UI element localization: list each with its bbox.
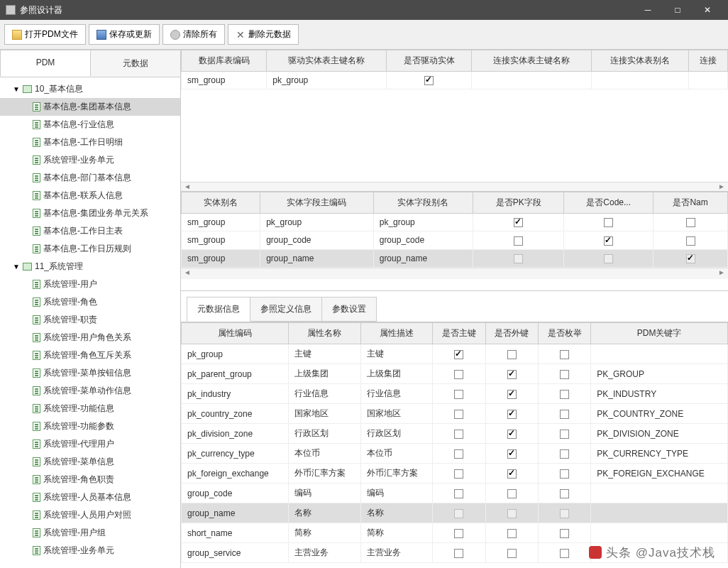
checkbox[interactable] [454, 469, 463, 479]
column-header[interactable]: 是否Code... [564, 192, 653, 214]
checkbox[interactable] [560, 390, 569, 399]
tree-leaf[interactable]: 基本信息-工作日明细 [0, 133, 180, 151]
checkbox[interactable] [424, 76, 434, 85]
tree-leaf[interactable]: 基本信息-工作日历规则 [0, 240, 180, 258]
checkbox[interactable] [454, 529, 463, 538]
tree-leaf[interactable]: 系统管理-菜单按钮信息 [0, 364, 180, 382]
tree-leaf[interactable]: 基本信息-部门基本信息 [0, 169, 180, 187]
column-header[interactable]: 是否PK字段 [473, 192, 564, 214]
checkbox[interactable] [514, 218, 523, 227]
checkbox[interactable] [507, 350, 517, 359]
column-header[interactable]: 驱动实体表主键名称 [267, 50, 387, 72]
checkbox[interactable] [454, 430, 463, 439]
scrollbar[interactable] [181, 182, 728, 192]
tree-leaf[interactable]: 系统管理-角色互斥关系 [0, 346, 180, 364]
column-header[interactable]: 属性描述 [360, 323, 433, 344]
tree-leaf[interactable]: 基本信息-工作日主表 [0, 222, 180, 240]
column-header[interactable]: 实体别名 [182, 192, 260, 214]
subtab-meta[interactable]: 元数据信息 [187, 297, 250, 322]
minimize-button[interactable]: ─ [633, 0, 663, 20]
checkbox[interactable] [560, 370, 569, 379]
table-row[interactable]: short_name简称简称 [182, 523, 728, 543]
checkbox[interactable] [454, 489, 463, 498]
tree-leaf[interactable]: 系统管理-用户角色关系 [0, 329, 180, 346]
attribute-grid[interactable]: 属性编码属性名称属性描述是否主键是否外键是否枚举PDM关键字pk_group主键… [181, 322, 728, 563]
column-header[interactable]: 连接实体表别名 [592, 50, 688, 72]
checkbox[interactable] [514, 236, 523, 246]
table-row[interactable]: pk_parent_group上级集团上级集团PK_GROUP [182, 364, 728, 384]
scrollbar[interactable] [181, 268, 728, 279]
tab-pdm[interactable]: PDM [0, 50, 91, 77]
checkbox[interactable] [454, 449, 463, 459]
tree-leaf[interactable]: 系统管理-代理用户 [0, 435, 180, 453]
column-header[interactable]: 实体字段主编码 [260, 192, 374, 214]
table-row[interactable]: pk_foreign_exchange外币汇率方案外币汇率方案PK_FOREIG… [182, 464, 728, 484]
column-header[interactable]: 是否枚举 [539, 323, 591, 344]
checkbox[interactable] [560, 449, 569, 459]
tree-leaf[interactable]: 基本信息-集团基本信息 [0, 98, 180, 116]
tree-leaf[interactable]: 系统管理-用户组 [0, 524, 180, 542]
checkbox[interactable] [507, 549, 517, 558]
column-header[interactable]: 数据库表编码 [182, 50, 267, 72]
checkbox[interactable] [560, 469, 569, 479]
checkbox[interactable] [454, 350, 463, 359]
column-header[interactable]: 属性名称 [288, 323, 360, 344]
table-row[interactable]: pk_country_zone国家地区国家地区PK_COUNTRY_ZONE [182, 404, 728, 424]
column-header[interactable]: 是否主键 [433, 323, 485, 344]
close-button[interactable]: ✕ [693, 0, 722, 20]
column-header[interactable]: 是否驱动实体 [387, 50, 472, 72]
checkbox[interactable] [604, 236, 613, 246]
table-row[interactable]: pk_industry行业信息行业信息PK_INDUSTRY [182, 384, 728, 404]
tree-leaf[interactable]: 基本信息-联系人信息 [0, 187, 180, 204]
checkbox[interactable] [686, 236, 695, 246]
checkbox[interactable] [454, 410, 463, 419]
table-row[interactable]: sm_groupgroup_namegroup_name [182, 249, 728, 267]
driver-entity-grid[interactable]: 数据库表编码驱动实体表主键名称是否驱动实体连接实体表主键名称连接实体表别名连接s… [181, 50, 728, 89]
checkbox[interactable] [507, 529, 517, 538]
clear-all-button[interactable]: 清除所有 [162, 24, 225, 45]
checkbox[interactable] [507, 410, 517, 419]
tree-folder[interactable]: ▼10_基本信息 [0, 80, 180, 98]
column-header[interactable]: 实体字段别名 [373, 192, 473, 214]
column-header[interactable]: 连接实体表主键名称 [472, 50, 592, 72]
checkbox[interactable] [507, 469, 517, 479]
checkbox[interactable] [507, 430, 517, 439]
tree-leaf[interactable]: 系统管理-角色职责 [0, 471, 180, 488]
checkbox[interactable] [454, 370, 463, 379]
checkbox[interactable] [454, 390, 463, 399]
tab-metadata[interactable]: 元数据 [90, 50, 181, 77]
checkbox[interactable] [686, 218, 695, 227]
delete-meta-button[interactable]: ✕删除元数据 [228, 24, 299, 45]
checkbox[interactable] [560, 529, 569, 538]
checkbox[interactable] [560, 430, 569, 439]
column-header[interactable]: 连接 [688, 50, 727, 72]
save-button[interactable]: 保存或更新 [89, 24, 160, 45]
column-header[interactable]: 属性编码 [182, 323, 289, 344]
table-row[interactable]: group_service主营业务主营业务 [182, 543, 728, 563]
checkbox[interactable] [560, 549, 569, 558]
tree-leaf[interactable]: 基本信息-行业信息 [0, 116, 180, 133]
checkbox[interactable] [507, 370, 517, 379]
tree-folder[interactable]: ▼11_系统管理 [0, 258, 180, 275]
checkbox[interactable] [560, 350, 569, 359]
tree-leaf[interactable]: 系统管理-功能信息 [0, 400, 180, 417]
tree-leaf[interactable]: 系统管理-职责 [0, 311, 180, 329]
table-row[interactable]: sm_groupgroup_codegroup_code [182, 231, 728, 249]
table-row[interactable]: pk_division_zone行政区划行政区划PK_DIVISION_ZONE [182, 424, 728, 444]
checkbox[interactable] [560, 489, 569, 498]
tree-view[interactable]: ▼10_基本信息基本信息-集团基本信息基本信息-行业信息基本信息-工作日明细系统… [0, 77, 180, 568]
tree-leaf[interactable]: 系统管理-角色 [0, 293, 180, 311]
column-header[interactable]: PDM关键字 [591, 323, 728, 344]
tree-leaf[interactable]: 基本信息-集团业务单元关系 [0, 204, 180, 222]
tree-leaf[interactable]: 系统管理-用户 [0, 275, 180, 293]
table-row[interactable]: sm_grouppk_grouppk_group [182, 214, 728, 231]
table-row[interactable]: pk_currency_type本位币本位币PK_CURRENCY_TYPE [182, 444, 728, 464]
tree-leaf[interactable]: 系统管理-业务单元 [0, 542, 180, 559]
table-row[interactable]: group_name名称名称 [182, 503, 728, 523]
table-row[interactable]: group_code编码编码 [182, 484, 728, 503]
checkbox[interactable] [507, 449, 517, 459]
open-pdm-button[interactable]: 打开PDM文件 [4, 24, 86, 45]
checkbox[interactable] [604, 218, 613, 227]
subtab-params[interactable]: 参数设置 [321, 297, 377, 322]
tree-leaf[interactable]: 系统管理-人员用户对照 [0, 506, 180, 524]
